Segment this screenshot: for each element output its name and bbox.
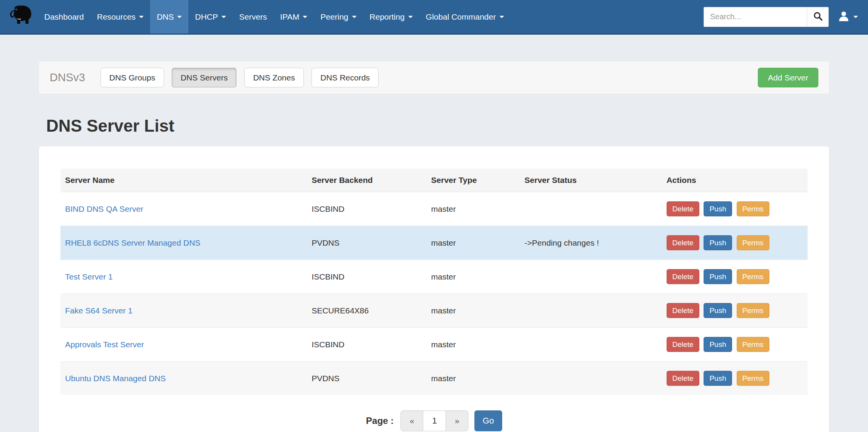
table-header-row: Server Name Server Backend Server Type S… <box>60 169 808 192</box>
server-name-link[interactable]: Ubuntu DNS Managed DNS <box>65 374 166 383</box>
nav-item-reporting[interactable]: Reporting <box>363 0 419 33</box>
server-status-cell <box>520 328 662 362</box>
server-backend-cell: PVDNS <box>307 226 426 260</box>
navbar-right <box>704 0 868 33</box>
actions-cell: Delete Push Perms <box>662 226 808 260</box>
delete-button[interactable]: Delete <box>667 269 699 284</box>
user-menu[interactable] <box>838 10 858 23</box>
server-name-link[interactable]: Fake S64 Server 1 <box>65 306 132 315</box>
server-status-cell <box>520 294 662 328</box>
server-backend-cell: ISCBIND <box>307 328 426 362</box>
delete-button[interactable]: Delete <box>667 235 699 250</box>
column-header-server-type: Server Type <box>427 169 520 192</box>
pager-group: « » <box>400 410 468 431</box>
nav-item-dns[interactable]: DNS <box>150 0 188 33</box>
server-type-cell: master <box>427 192 520 226</box>
delete-button[interactable]: Delete <box>667 303 699 318</box>
nav-item-global-commander[interactable]: Global Commander <box>419 0 511 33</box>
add-server-button[interactable]: Add Server <box>758 68 818 87</box>
server-name-link[interactable]: Test Server 1 <box>65 272 113 281</box>
caret-down-icon <box>303 16 307 18</box>
actions-cell: Delete Push Perms <box>662 294 808 328</box>
table-row: Fake S64 Server 1 SECURE64X86 master Del… <box>60 294 808 328</box>
page-number-input[interactable] <box>423 410 446 431</box>
caret-down-icon <box>352 16 357 18</box>
server-status-cell <box>520 260 662 294</box>
server-backend-cell: ISCBIND <box>307 192 426 226</box>
server-name-link[interactable]: RHEL8 6cDNS Server Managed DNS <box>65 238 200 247</box>
table-row-highlighted: RHEL8 6cDNS Server Managed DNS PVDNS mas… <box>60 226 808 260</box>
person-icon <box>838 10 850 23</box>
nav-item-label: IPAM <box>280 12 299 22</box>
nav-item-label: DNS <box>157 12 174 22</box>
column-header-server-backend: Server Backend <box>307 169 426 192</box>
nav-item-ipam[interactable]: IPAM <box>273 0 314 33</box>
push-button[interactable]: Push <box>704 235 732 250</box>
perms-button[interactable]: Perms <box>737 303 769 318</box>
server-type-cell: master <box>427 328 520 362</box>
server-status-cell <box>520 362 662 395</box>
perms-button[interactable]: Perms <box>737 337 769 352</box>
column-header-actions: Actions <box>662 169 808 192</box>
server-backend-cell: SECURE64X86 <box>307 294 426 328</box>
go-button[interactable]: Go <box>474 410 502 431</box>
module-label: DNSv3 <box>50 71 85 84</box>
perms-button[interactable]: Perms <box>737 371 769 386</box>
actions-cell: Delete Push Perms <box>662 260 808 294</box>
nav-item-label: Global Commander <box>426 12 496 22</box>
table-row: Approvals Test Server ISCBIND master Del… <box>60 328 808 362</box>
search-input[interactable] <box>704 7 807 27</box>
tab-dns-zones[interactable]: DNS Zones <box>244 68 304 87</box>
tab-dns-records[interactable]: DNS Records <box>312 68 379 87</box>
nav-item-label: Servers <box>239 12 267 22</box>
page-title: DNS Server List <box>46 116 829 136</box>
nav-item-peering[interactable]: Peering <box>314 0 363 33</box>
caret-down-icon <box>177 16 182 18</box>
main-menu: Dashboard Resources DNS DHCP Servers IPA… <box>38 0 511 33</box>
perms-button[interactable]: Perms <box>737 201 769 216</box>
previous-page-button[interactable]: « <box>400 410 423 431</box>
push-button[interactable]: Push <box>704 337 732 352</box>
perms-button[interactable]: Perms <box>737 235 769 250</box>
push-button[interactable]: Push <box>704 269 732 284</box>
server-backend-cell: PVDNS <box>307 362 426 395</box>
caret-down-icon <box>408 16 413 18</box>
search-group <box>704 7 829 27</box>
nav-item-label: Reporting <box>370 12 405 22</box>
server-name-link[interactable]: BIND DNS QA Server <box>65 204 143 213</box>
nav-item-dashboard[interactable]: Dashboard <box>38 0 90 33</box>
actions-cell: Delete Push Perms <box>662 362 808 395</box>
push-button[interactable]: Push <box>704 201 732 216</box>
nav-item-label: Resources <box>97 12 136 22</box>
brand-logo-link[interactable] <box>6 0 38 33</box>
actions-cell: Delete Push Perms <box>662 328 808 362</box>
delete-button[interactable]: Delete <box>667 337 699 352</box>
next-page-button[interactable]: » <box>446 410 468 431</box>
push-button[interactable]: Push <box>704 303 732 318</box>
push-button[interactable]: Push <box>704 371 732 386</box>
nav-item-servers[interactable]: Servers <box>233 0 273 33</box>
table-row: Test Server 1 ISCBIND master Delete Push… <box>60 260 808 294</box>
table-row: Ubuntu DNS Managed DNS PVDNS master Dele… <box>60 362 808 395</box>
tab-dns-groups[interactable]: DNS Groups <box>101 68 164 87</box>
pagination: Page : « » Go <box>60 410 808 431</box>
nav-item-dhcp[interactable]: DHCP <box>188 0 233 33</box>
nav-item-label: Dashboard <box>44 12 84 22</box>
delete-button[interactable]: Delete <box>667 371 699 386</box>
search-button[interactable] <box>807 7 829 27</box>
server-name-link[interactable]: Approvals Test Server <box>65 340 144 349</box>
top-navbar: Dashboard Resources DNS DHCP Servers IPA… <box>0 0 868 35</box>
server-type-cell: master <box>427 362 520 395</box>
delete-button[interactable]: Delete <box>667 201 699 216</box>
tab-dns-servers[interactable]: DNS Servers <box>172 68 237 87</box>
caret-down-icon <box>499 16 504 18</box>
column-header-server-status: Server Status <box>520 169 662 192</box>
server-status-cell <box>520 192 662 226</box>
nav-item-label: Peering <box>320 12 348 22</box>
caret-down-icon <box>139 16 144 18</box>
server-type-cell: master <box>427 226 520 260</box>
perms-button[interactable]: Perms <box>737 269 769 284</box>
magnifier-icon <box>813 11 823 22</box>
nav-item-resources[interactable]: Resources <box>90 0 150 33</box>
caret-down-icon <box>853 16 858 18</box>
